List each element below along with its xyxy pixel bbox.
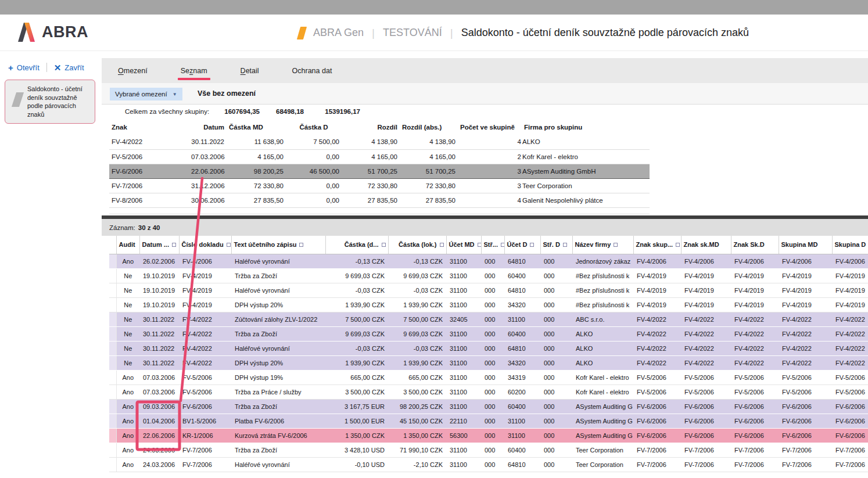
detail-column-header-znak-sk-md[interactable]: Znak sk.MD: [681, 236, 731, 254]
detail-row[interactable]: Ne19.10.2019FV-4/2019Tržba za Zboží9 699…: [109, 268, 868, 283]
cell: Ne: [116, 283, 139, 297]
filter-box-icon[interactable]: [382, 243, 386, 247]
filter-box-icon[interactable]: [676, 243, 680, 247]
detail-row-selected[interactable]: Ano22.06.2006KR-1/2006Kurzová ztráta FV-…: [109, 428, 868, 443]
groups-row-fv-7-2006[interactable]: FV-7/200631.12.200672 330,800,0072 330,8…: [109, 178, 650, 193]
detail-row[interactable]: Ne30.11.2022FV-4/2022DPH výstup 20%1 939…: [109, 355, 868, 370]
cell: FV-4/2022: [633, 312, 681, 326]
detail-column-header-et-md[interactable]: Účet MD: [446, 236, 481, 254]
breadcrumb-separator: |: [372, 27, 375, 39]
groups-column-header-firma-pro-skupinu[interactable]: Firma pro skupinu: [522, 120, 650, 135]
groups-column-header-stka-d[interactable]: Částka D: [286, 120, 342, 135]
cell: 665,00 CZK: [325, 370, 388, 384]
cell: Haléřové vyrovnání: [231, 254, 325, 268]
open-button[interactable]: + Otevřít: [8, 63, 40, 72]
cell: 27 835,50: [342, 193, 400, 207]
abra-logo-icon: [17, 22, 36, 42]
groups-column-header-datum[interactable]: Datum: [189, 120, 227, 135]
detail-row[interactable]: Ano07.03.2006FV-5/2006Tržba za Práce / s…: [109, 384, 868, 399]
filter-box-icon[interactable]: [563, 243, 567, 247]
groups-row-fv-6-2006[interactable]: FV-6/200622.06.200698 200,2546 500,0051 …: [109, 164, 650, 178]
cell: 000: [481, 414, 504, 428]
detail-column-header-stka-d[interactable]: Částka (d...: [325, 236, 388, 254]
filter-box-icon[interactable]: [172, 243, 176, 247]
filter-box-icon[interactable]: [299, 243, 303, 247]
detail-row[interactable]: Ano01.04.2006BV1-5/2006Platba FV-6/20061…: [109, 414, 868, 428]
detail-column-header-text-etn-ho-z-pisu[interactable]: Text účetního zápisu: [231, 236, 325, 254]
tab-ochrana-dat[interactable]: Ochrana dat: [290, 59, 334, 82]
detail-column-header-n-zev-firmy[interactable]: Název firmy: [572, 236, 633, 254]
cell: FV-4/2019: [779, 268, 832, 283]
cell: FV-4/2022: [832, 341, 868, 355]
cell: 3: [458, 164, 522, 178]
open-agenda-card[interactable]: Saldokonto - účetní deník souvztažně pod…: [5, 80, 95, 124]
detail-row[interactable]: Ano07.03.2006FV-5/2006DPH výstup 19%665,…: [109, 370, 868, 384]
detail-row[interactable]: Ano24.03.2006FV-7/2006Tržba za Zboží3 42…: [109, 443, 868, 457]
cell: 98 200,25: [227, 164, 286, 178]
filter-box-icon[interactable]: [501, 243, 504, 247]
cell: -0,03 CZK: [325, 283, 388, 297]
cell: FV-6/2006: [731, 399, 779, 414]
detail-table: AuditDatum ...Číslo dokladuText účetního…: [109, 236, 868, 472]
detail-column-header-skupina-md[interactable]: Skupina MD: [779, 236, 832, 254]
close-button[interactable]: ✕ Zavřít: [54, 63, 84, 72]
actions-divider: [46, 63, 47, 72]
detail-row[interactable]: Ano26.02.2006FV-4/2006Haléřové vyrovnání…: [109, 254, 868, 268]
record-statusbar: Záznam: 30 z 40: [102, 219, 868, 236]
detail-column-header-znak-sk-d[interactable]: Znak Sk.D: [731, 236, 779, 254]
detail-column-header-audit[interactable]: Audit: [116, 236, 139, 254]
groups-row-fv-4-2022[interactable]: FV-4/202230.11.202211 638,907 500,004 13…: [109, 135, 650, 149]
row-marker: [109, 341, 116, 355]
cell: 22.06.2006: [189, 164, 227, 178]
detail-row[interactable]: Ano24.03.2006FV-7/2006Haléřové vyrovnání…: [109, 457, 868, 472]
cell: 1 939,90 CZK: [388, 297, 446, 312]
cell: 51 700,25: [400, 164, 458, 178]
cell: 3: [458, 178, 522, 193]
cell: 000: [481, 399, 504, 414]
detail-row[interactable]: Ne30.11.2022FV-4/2022Zúčtování zálohy ZL…: [109, 312, 868, 326]
groups-column-header-stka-md[interactable]: Částka MD: [227, 120, 286, 135]
detail-column-header-et-d[interactable]: Účet D: [504, 236, 540, 254]
detail-column-header-st-d[interactable]: Stř. D: [540, 236, 572, 254]
cell: 000: [481, 254, 504, 268]
cell: FV-6/2006: [633, 428, 681, 443]
detail-column-header-datum[interactable]: Datum ...: [139, 236, 179, 254]
filter-box-icon[interactable]: [440, 243, 444, 247]
detail-column-header-skupina-d[interactable]: Skupina D: [832, 236, 868, 254]
detail-row[interactable]: Ne19.10.2019FV-4/2019DPH výstup 20%1 939…: [109, 297, 868, 312]
detail-row[interactable]: Ne19.10.2019FV-4/2019Haléřové vyrovnání-…: [109, 283, 868, 297]
groups-row-fv-8-2006[interactable]: FV-8/200630.06.200627 835,500,0027 835,5…: [109, 193, 650, 207]
filter-box-icon[interactable]: [478, 243, 481, 247]
filter-box-icon[interactable]: [530, 243, 534, 247]
detail-row[interactable]: Ne30.11.2022FV-4/2022Tržba za Zboží9 699…: [109, 326, 868, 341]
detail-column-header-stka-lok[interactable]: Částka (lok.): [388, 236, 446, 254]
groups-column-header-znak[interactable]: Znak: [109, 120, 189, 135]
cell: 000: [540, 428, 572, 443]
detail-column-header-slo-dokladu[interactable]: Číslo dokladu: [179, 236, 231, 254]
detail-row[interactable]: Ano09.03.2006FV-6/2006Tržba za Zboží3 16…: [109, 399, 868, 414]
groups-column-header-rozd-l[interactable]: Rozdíl: [342, 120, 400, 135]
groups-column-header-po-et-ve-skupin[interactable]: Počet ve skupině: [458, 120, 522, 135]
tab-detail[interactable]: Detail: [239, 59, 261, 82]
cell: -2,10 CZK: [388, 457, 446, 472]
column-header-label: Audit: [119, 241, 135, 248]
restriction-dropdown[interactable]: Vybrané omezení ▼: [110, 88, 182, 100]
cell: FV-7/2006: [731, 457, 779, 472]
detail-column-header-st[interactable]: Stř...: [481, 236, 504, 254]
row-marker: [109, 283, 116, 297]
filter-box-icon[interactable]: [614, 243, 618, 247]
filter-box-icon[interactable]: [227, 243, 231, 247]
cell: FV-4/2019: [179, 268, 231, 283]
groups-row-fv-5-2006[interactable]: FV-5/200607.03.20064 165,000,004 165,004…: [109, 149, 650, 164]
groups-column-header-rozd-l-abs[interactable]: Rozdíl (abs.): [400, 120, 458, 135]
tab-seznam[interactable]: Seznam: [179, 59, 209, 82]
cell: FV-4/2019: [681, 283, 731, 297]
detail-column-header-znak-skup[interactable]: Znak skup...: [633, 236, 681, 254]
cell: 98 200,25 CZK: [388, 399, 446, 414]
cell: 665,00 CZK: [388, 370, 446, 384]
restriction-value: Vše bez omezení: [198, 89, 256, 98]
tab-omezen[interactable]: Omezení: [116, 59, 149, 82]
cell: Ne: [116, 312, 139, 326]
detail-row[interactable]: Ne30.11.2022FV-4/2022Haléřové vyrovnání-…: [109, 341, 868, 355]
cell: -0,13 CZK: [388, 254, 446, 268]
